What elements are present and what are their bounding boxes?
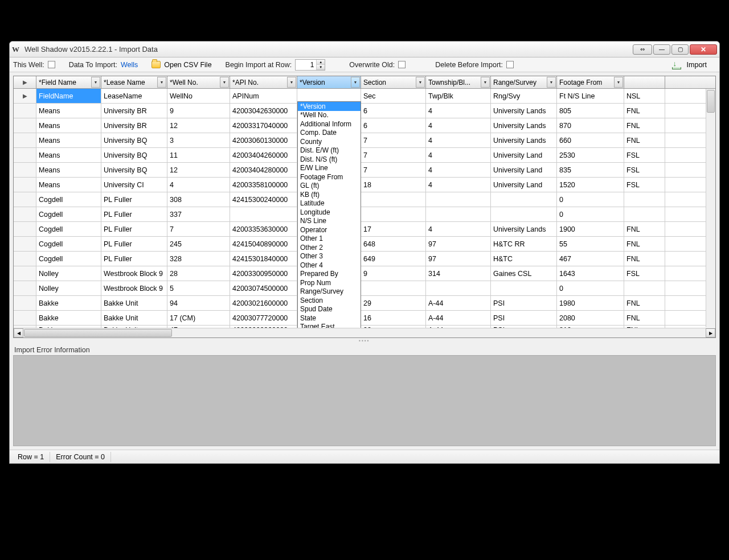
table-cell[interactable]: 28 xyxy=(167,266,230,281)
maximize-button[interactable]: ▢ xyxy=(671,44,689,55)
table-cell[interactable]: 42415300240000 xyxy=(230,192,297,207)
table-cell[interactable]: 97 xyxy=(426,237,491,251)
table-cell[interactable]: 17 (CM) xyxy=(167,311,230,325)
table-cell[interactable]: 42003077720000 xyxy=(230,311,297,325)
scroll-left-icon[interactable]: ◀ xyxy=(14,328,23,337)
table-cell[interactable]: Westbrook Block 9 xyxy=(101,281,167,295)
table-cell[interactable] xyxy=(426,192,491,207)
table-cell[interactable]: 2530 xyxy=(557,148,624,162)
table-cell[interactable]: Bakke Unit xyxy=(101,296,167,310)
table-cell[interactable]: FNL xyxy=(624,104,665,118)
table-cell[interactable] xyxy=(624,192,665,207)
table-cell[interactable]: FSL xyxy=(624,178,665,192)
table-cell[interactable]: APINum xyxy=(230,89,297,103)
table-row[interactable]: NolleyWestbrook Block 95420030745000000 xyxy=(14,281,715,296)
table-cell[interactable]: PL Fuller xyxy=(101,222,167,236)
col-footage-from[interactable]: Footage From xyxy=(557,76,624,88)
table-row[interactable]: CogdellPL Fuller3370 xyxy=(14,207,715,222)
table-cell[interactable]: 0 xyxy=(557,207,624,221)
dropdown-option[interactable]: Footage From xyxy=(298,172,361,182)
chevron-down-icon[interactable] xyxy=(547,77,556,88)
table-cell[interactable]: 18 xyxy=(361,178,426,192)
table-cell[interactable] xyxy=(491,192,557,207)
table-cell[interactable]: Ft N/S Line xyxy=(557,89,624,103)
table-cell[interactable]: PSI xyxy=(491,296,557,310)
table-cell[interactable]: 805 xyxy=(557,104,624,118)
chevron-down-icon[interactable] xyxy=(91,77,100,88)
close-button[interactable]: ✕ xyxy=(690,44,717,55)
table-cell[interactable]: Cogdell xyxy=(36,252,101,266)
table-cell[interactable]: University Lands xyxy=(491,104,557,118)
table-cell[interactable]: Means xyxy=(36,163,101,177)
table-cell[interactable]: FNL xyxy=(624,252,665,266)
dropdown-option[interactable]: Latitude xyxy=(298,199,361,208)
table-row[interactable]: CogdellPL Fuller3284241530184000064997H&… xyxy=(14,252,715,266)
table-cell[interactable]: 0 xyxy=(557,192,624,207)
scroll-right-icon[interactable]: ▶ xyxy=(706,328,715,337)
table-cell[interactable]: PSI xyxy=(491,311,557,325)
table-cell[interactable]: 337 xyxy=(167,207,230,221)
table-cell[interactable]: FNL xyxy=(624,311,665,325)
dropdown-option[interactable]: Dist. E/W (ft) xyxy=(298,146,361,155)
table-cell[interactable]: 42003021600000 xyxy=(230,296,297,310)
row-pointer[interactable] xyxy=(14,104,36,118)
dropdown-option[interactable]: Other 1 xyxy=(298,234,361,244)
table-row[interactable]: CogdellPL Fuller2454241504089000064897H&… xyxy=(14,237,715,252)
table-cell[interactable]: Bakke xyxy=(36,296,101,310)
col-version[interactable]: *Version xyxy=(297,76,361,88)
table-cell[interactable]: 7 xyxy=(361,148,426,162)
table-cell[interactable]: 42003353630000 xyxy=(230,222,297,236)
table-cell[interactable]: University BR xyxy=(101,118,167,133)
chevron-down-icon[interactable] xyxy=(416,77,425,88)
table-cell[interactable]: University Land xyxy=(491,163,557,177)
table-cell[interactable]: 1980 xyxy=(557,296,624,310)
table-cell[interactable]: 9 xyxy=(361,266,426,281)
table-cell[interactable]: LeaseName xyxy=(101,89,167,103)
table-cell[interactable]: WellNo xyxy=(167,89,230,103)
dropdown-option[interactable]: Target East xyxy=(298,323,361,328)
table-cell[interactable]: University BQ xyxy=(101,148,167,162)
row-pointer[interactable] xyxy=(14,207,36,221)
table-cell[interactable]: 11 xyxy=(167,148,230,162)
row-pointer[interactable] xyxy=(14,163,36,177)
table-cell[interactable]: Means xyxy=(36,133,101,147)
table-cell[interactable]: 42003404280000 xyxy=(230,163,297,177)
row-pointer[interactable] xyxy=(14,192,36,207)
chevron-down-icon[interactable] xyxy=(614,77,623,88)
table-cell[interactable]: 4 xyxy=(426,104,491,118)
table-cell[interactable]: 4 xyxy=(426,222,491,236)
overwrite-checkbox[interactable] xyxy=(398,61,406,68)
table-cell[interactable]: Twp/Blk xyxy=(426,89,491,103)
nav-button[interactable]: ⇔ xyxy=(633,44,652,55)
table-row[interactable]: MeansUniversity BQ34200306013000074Unive… xyxy=(14,133,715,148)
dropdown-option[interactable]: Spud Date xyxy=(298,305,361,314)
table-cell[interactable]: Nolley xyxy=(36,281,101,295)
table-cell[interactable]: 42003300950000 xyxy=(230,266,297,281)
table-cell[interactable]: FNL xyxy=(624,237,665,251)
row-pointer[interactable] xyxy=(14,148,36,162)
table-cell[interactable]: 660 xyxy=(557,133,624,147)
col-field-name[interactable]: *Field Name xyxy=(36,76,101,88)
table-cell[interactable]: Sec xyxy=(361,89,426,103)
row-pointer[interactable] xyxy=(14,178,36,192)
table-row[interactable]: BakkeBakke Unit17 (CM)4200307772000016A-… xyxy=(14,311,715,326)
table-cell[interactable]: 245 xyxy=(167,237,230,251)
vertical-scrollbar[interactable] xyxy=(706,89,715,327)
table-row[interactable]: MeansUniversity BR124200331704000064Univ… xyxy=(14,118,715,133)
row-pointer[interactable] xyxy=(14,222,36,236)
table-row[interactable]: MeansUniversity BQ124200340428000074Univ… xyxy=(14,163,715,178)
scroll-thumb[interactable] xyxy=(24,329,172,337)
table-cell[interactable]: University Lands xyxy=(491,118,557,133)
table-cell[interactable]: 648 xyxy=(361,237,426,251)
chevron-down-icon[interactable] xyxy=(351,77,360,88)
table-cell[interactable] xyxy=(426,207,491,221)
table-cell[interactable]: 4 xyxy=(426,148,491,162)
table-cell[interactable]: 55 xyxy=(557,237,624,251)
open-csv-button[interactable]: Open CSV File xyxy=(164,61,211,69)
table-cell[interactable]: 1520 xyxy=(557,178,624,192)
table-row[interactable]: MeansUniversity CI442003358100000184Univ… xyxy=(14,178,715,192)
chevron-down-icon[interactable] xyxy=(220,77,229,88)
table-cell[interactable]: 4 xyxy=(426,118,491,133)
table-cell[interactable]: FSL xyxy=(624,148,665,162)
table-row[interactable]: CogdellPL Fuller308424153002400000 xyxy=(14,192,715,207)
